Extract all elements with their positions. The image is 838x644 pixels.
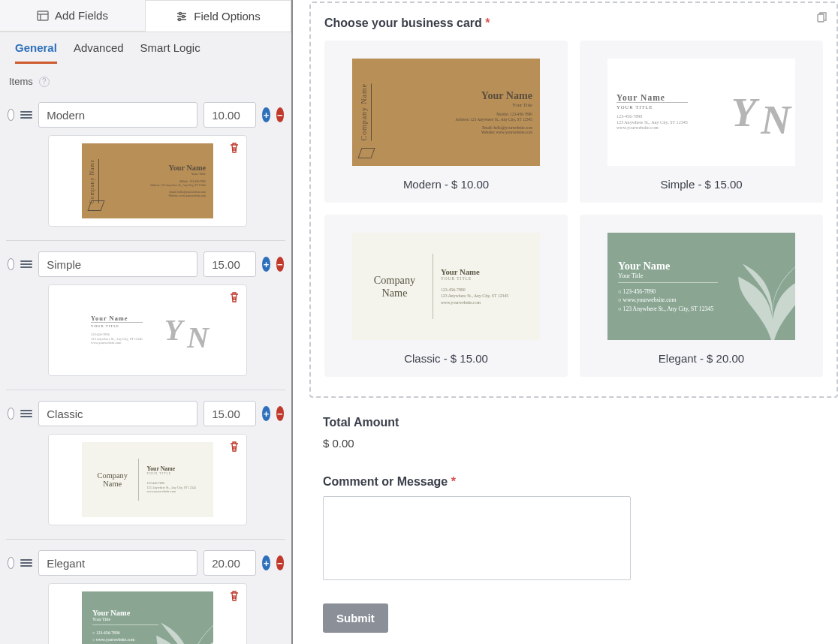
card-name: Your Name: [149, 164, 206, 172]
item-radio[interactable]: [8, 258, 14, 270]
item-price-input[interactable]: [203, 401, 256, 426]
required-asterisk: *: [451, 475, 456, 488]
svg-rect-0: [38, 11, 48, 20]
leaf-decoration: [146, 591, 213, 644]
trash-icon[interactable]: [228, 291, 240, 303]
tab-add-fields-label: Add Fields: [55, 9, 108, 22]
item-row: + − Company Name Your Name YOUR TITLE 12…: [6, 390, 285, 540]
choose-card-field[interactable]: Choose your business card * Company Name…: [309, 2, 838, 398]
trash-icon[interactable]: [228, 590, 240, 602]
preview-pane: Choose your business card * Company Name…: [293, 0, 838, 644]
add-item-button[interactable]: +: [262, 406, 270, 421]
item-thumbnail: Your Name Your Title 123-456-7890 www.yo…: [48, 583, 247, 644]
card-name: Your Name: [146, 465, 196, 472]
item-name-input[interactable]: [38, 251, 197, 277]
card-option[interactable]: Your Name YOUR TITLE 123-456-7890 123 An…: [580, 41, 823, 203]
card-logo: [87, 200, 104, 211]
card-title: Your Title: [149, 172, 206, 176]
card-website: Website: www.yourwebsite.com: [455, 130, 532, 135]
svg-point-6: [182, 15, 185, 17]
card-name: Your Name: [91, 315, 143, 322]
add-item-button[interactable]: +: [262, 107, 270, 122]
items-label: Items: [9, 76, 33, 87]
duplicate-icon[interactable]: [815, 12, 827, 24]
card-company: Company Name: [360, 83, 372, 140]
item-name-input[interactable]: [38, 550, 197, 576]
left-panel: Add Fields Field Options General Advance…: [0, 0, 293, 644]
card-email: Email: hello@yourwebsite.com: [455, 125, 532, 131]
item-radio[interactable]: [8, 408, 14, 420]
svg-rect-9: [818, 14, 824, 22]
submit-button[interactable]: Submit: [323, 603, 388, 633]
add-item-button[interactable]: +: [262, 257, 270, 272]
remove-item-button[interactable]: −: [276, 555, 284, 570]
card-website: www.yourwebsite.com: [616, 125, 688, 131]
comment-label: Comment or Message: [323, 475, 448, 488]
card-name: Your Name: [441, 267, 508, 276]
drag-handle-icon[interactable]: [20, 111, 32, 119]
card-address: Address: 123 Anywhere St., Any City, ST …: [455, 117, 532, 122]
card-website: www.yourwebsite.com: [91, 341, 143, 345]
trash-icon[interactable]: [228, 142, 240, 154]
item-name-input[interactable]: [38, 102, 197, 128]
add-item-button[interactable]: +: [262, 555, 270, 570]
card-title: YOUR TITLE: [616, 102, 688, 110]
item-price-input[interactable]: [203, 550, 256, 576]
total-amount-value: $ 0.00: [323, 437, 824, 450]
item-thumbnail: Company Name Your Name YOUR TITLE 123-45…: [48, 434, 247, 525]
help-icon[interactable]: ?: [39, 77, 50, 87]
total-amount-label: Total Amount: [323, 416, 824, 429]
drag-handle-icon[interactable]: [20, 410, 32, 417]
item-radio[interactable]: [8, 557, 14, 569]
remove-item-button[interactable]: −: [276, 406, 284, 421]
leaf-decoration: [728, 233, 795, 340]
card-title: YOUR TITLE: [91, 322, 143, 328]
card-name: Your Name: [616, 93, 688, 102]
remove-item-button[interactable]: −: [276, 257, 284, 272]
sub-tab-general[interactable]: General: [15, 41, 57, 64]
tab-field-options[interactable]: Field Options: [145, 0, 291, 32]
comment-textarea[interactable]: [323, 496, 631, 580]
sub-tab-smart-logic[interactable]: Smart Logic: [140, 41, 200, 64]
item-radio[interactable]: [8, 109, 14, 121]
card-website: www.yourwebsite.com: [441, 299, 508, 305]
card-logo: [357, 148, 375, 158]
card-company: Company Name: [89, 159, 99, 203]
card-option-label: Elegant - $ 20.00: [659, 352, 744, 365]
tab-add-fields[interactable]: Add Fields: [0, 0, 145, 32]
top-tabs: Add Fields Field Options: [0, 0, 291, 32]
items-list: + − Company Name Your Name Your Title Mo…: [0, 92, 291, 644]
card-option[interactable]: Company Name Your Name YOUR TITLE 123-45…: [324, 215, 568, 377]
item-name-input[interactable]: [38, 401, 197, 426]
card-name: Your Name: [455, 89, 532, 102]
item-price-input[interactable]: [203, 102, 256, 128]
card-address: Address: 123 Anywhere St., Any City, ST …: [149, 184, 206, 188]
sub-tab-advanced[interactable]: Advanced: [74, 41, 124, 64]
card-company: Company Name: [361, 274, 433, 299]
card-phone: Mobile: 123-456-7890: [455, 112, 532, 117]
remove-item-button[interactable]: −: [276, 107, 284, 122]
card-option-label: Classic - $ 15.00: [404, 352, 488, 365]
card-title: Your Title: [618, 272, 718, 283]
card-title: YOUR TITLE: [441, 276, 508, 281]
sliders-icon: [176, 11, 188, 23]
fields-icon: [37, 10, 49, 22]
sub-tabs: General Advanced Smart Logic: [0, 32, 291, 64]
card-title: Your Title: [455, 102, 532, 107]
item-row: + − Company Name Your Name Your Title Mo…: [6, 92, 285, 241]
drag-handle-icon[interactable]: [20, 260, 32, 268]
trash-icon[interactable]: [228, 441, 240, 453]
card-option[interactable]: Company Name Your Name Your Title Mobile…: [324, 41, 568, 203]
card-company: Company Name: [91, 471, 138, 488]
item-thumbnail: Your Name YOUR TITLE 123-456-7890 123 An…: [48, 284, 247, 376]
card-title: YOUR TITLE: [146, 472, 196, 475]
item-row: + − Your Name Your Title 123-456-7890 ww…: [6, 540, 285, 644]
choose-card-label: Choose your business card: [324, 17, 482, 29]
card-monogram: YN: [731, 96, 786, 129]
drag-handle-icon[interactable]: [20, 559, 32, 567]
cards-grid: Company Name Your Name Your Title Mobile…: [324, 41, 823, 377]
card-option[interactable]: Your Name Your Title 123-456-7890 www.yo…: [580, 215, 823, 377]
item-thumbnail: Company Name Your Name Your Title Mobile…: [48, 135, 247, 227]
card-address: 123 Anywhere St., Any City, ST 12345: [441, 293, 508, 299]
item-price-input[interactable]: [203, 251, 256, 277]
